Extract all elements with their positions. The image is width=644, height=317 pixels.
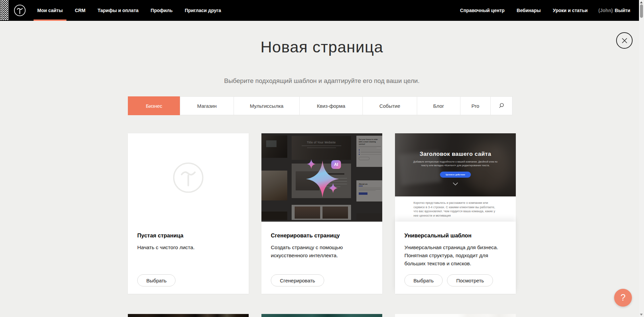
tab-search[interactable] [490, 96, 512, 115]
nav-item-tariffs[interactable]: Тарифы и оплата [92, 0, 145, 21]
template-cards-row: Пустая страница Начать с чистого листа. … [128, 133, 516, 294]
ai-sparkles-icon [261, 133, 382, 222]
tab-business[interactable]: Бизнес [128, 96, 180, 115]
page-subtitle: Выберите подходящий шаблон и адаптируйте… [128, 77, 516, 85]
template-hero-preview: Заголовок вашего сайта Добавьте интересн… [395, 133, 516, 196]
top-navigation-bar: Мои сайты CRM Тарифы и оплата Профиль Пр… [0, 0, 639, 21]
nav-item-invite-friend[interactable]: Пригласи друга [179, 0, 227, 21]
search-icon [498, 103, 504, 109]
scrollbar-down-arrow[interactable] [640, 314, 643, 316]
card-stub-teal[interactable] [261, 314, 382, 317]
close-icon [621, 37, 628, 44]
card-description: Создать страницу с помощью искусственног… [271, 243, 371, 260]
screen: Мои сайты CRM Тарифы и оплата Профиль Пр… [0, 0, 644, 317]
user-name: (John) [598, 8, 613, 13]
template-hero-subtitle: Добавьте интересные подробности о вашей … [411, 160, 499, 168]
template-body-text: Коротко представьтесь и расскажите о ком… [413, 196, 497, 218]
secondary-nav: Справочный центр Вебинары Уроки и статьи… [454, 0, 639, 21]
tilda-watermark-icon [172, 162, 204, 193]
tab-event[interactable]: Событие [362, 96, 417, 115]
template-category-tabs: Бизнес Магазин Мультиссылка Квиз-форма С… [128, 96, 512, 115]
card-info: Универсальный шаблон Универсальная стран… [395, 222, 516, 294]
page-title: Новая страница [128, 38, 516, 56]
card-template-preview: Заголовок вашего сайта Добавьте интересн… [395, 133, 516, 222]
tab-blog[interactable]: Блог [417, 96, 460, 115]
nav-item-help-center[interactable]: Справочный центр [454, 0, 511, 21]
nav-item-profile[interactable]: Профиль [145, 0, 179, 21]
card-stub-light[interactable] [395, 314, 516, 317]
template-body-preview: Коротко представьтесь и расскажите о ком… [395, 196, 516, 222]
card-title: Пустая страница [137, 232, 239, 239]
card-ai-preview: Title of Your Website Get your house in … [261, 133, 382, 222]
generate-button[interactable]: Сгенерировать [271, 274, 324, 286]
nav-item-crm[interactable]: CRM [69, 0, 92, 21]
card-description: Начать с чистого листа. [137, 243, 238, 252]
card-info: Пустая страница Начать с чистого листа. … [128, 222, 249, 294]
close-button[interactable] [616, 32, 633, 49]
card-title: Универсальный шаблон [404, 232, 506, 239]
tab-shop[interactable]: Магазин [180, 96, 234, 115]
nav-item-lessons[interactable]: Уроки и статьи [547, 0, 594, 21]
user-chunk: (John) Выйти [594, 0, 635, 21]
tab-pro[interactable]: Pro [460, 96, 491, 115]
scrollbar-up-arrow[interactable] [640, 1, 643, 3]
primary-nav: Мои сайты CRM Тарифы и оплата Профиль Пр… [31, 0, 227, 21]
template-hero-title: Заголовок вашего сайта [395, 151, 516, 157]
card-universal-template: Заголовок вашего сайта Добавьте интересн… [395, 133, 516, 294]
card-description: Универсальная страница для бизнеса. Поня… [404, 243, 505, 268]
template-cards-row-2 [128, 314, 516, 317]
tab-multilink[interactable]: Мультиссылка [234, 96, 300, 115]
preview-button[interactable]: Посмотреть [447, 274, 493, 286]
nav-item-my-sites[interactable]: Мои сайты [31, 0, 69, 21]
vertical-scrollbar[interactable] [639, 0, 644, 317]
card-blank-page: Пустая страница Начать с чистого листа. … [128, 133, 249, 294]
card-info: Сгенерировать страницу Создать страницу … [261, 222, 382, 294]
help-button[interactable]: ? [614, 289, 632, 307]
tilda-logo-icon[interactable] [14, 4, 26, 16]
select-button[interactable]: Выбрать [404, 274, 443, 286]
card-ai-generate: Title of Your Website Get your house in … [261, 133, 382, 294]
scrollbar-thumb[interactable] [640, 4, 643, 18]
nav-item-webinars[interactable]: Вебинары [511, 0, 547, 21]
template-cta-button: Целевое действие [440, 172, 471, 178]
card-title: Сгенерировать страницу [271, 232, 373, 239]
select-button[interactable]: Выбрать [137, 274, 176, 286]
logout-link[interactable]: Выйти [615, 8, 630, 13]
ai-badge: AI [331, 160, 341, 169]
card-stub-dark[interactable] [128, 314, 249, 317]
tab-quiz-form[interactable]: Квиз-форма [299, 96, 363, 115]
chevron-down-icon [453, 182, 458, 185]
question-icon: ? [621, 292, 626, 303]
card-blank-preview [128, 133, 249, 222]
zigzag-pattern-icon [0, 0, 9, 21]
